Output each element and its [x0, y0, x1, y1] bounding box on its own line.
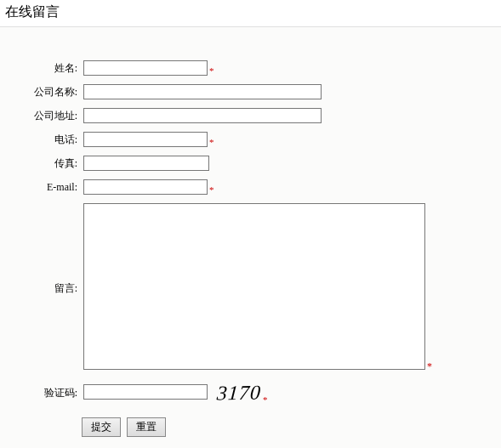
email-label: E-mail: [0, 179, 83, 196]
submit-button[interactable]: 提交 [82, 417, 121, 437]
name-input[interactable] [83, 60, 208, 76]
captcha-input[interactable] [83, 384, 208, 400]
captcha-image: 3170 [216, 382, 262, 405]
email-input[interactable] [83, 179, 208, 195]
required-mark: * [427, 360, 432, 373]
message-form: 姓名: * 公司名称: 公司地址: 电话: * 传真: [0, 27, 501, 437]
required-mark: * [208, 184, 214, 195]
phone-label: 电话: [0, 131, 83, 148]
company-input[interactable] [83, 84, 322, 99]
message-label: 留言: [0, 202, 83, 374]
fax-label: 传真: [0, 155, 83, 172]
message-textarea[interactable] [83, 203, 425, 370]
address-label: 公司地址: [0, 107, 83, 124]
fax-input[interactable] [83, 156, 209, 171]
phone-input[interactable] [83, 132, 208, 147]
company-label: 公司名称: [0, 83, 83, 100]
required-mark: * [208, 65, 214, 76]
page-title: 在线留言 [0, 0, 501, 27]
required-mark: * [261, 394, 268, 405]
captcha-label: 验证码: [0, 381, 83, 405]
required-mark: * [208, 137, 214, 147]
reset-button[interactable]: 重置 [127, 417, 166, 437]
name-label: 姓名: [0, 60, 83, 77]
address-input[interactable] [83, 108, 322, 123]
